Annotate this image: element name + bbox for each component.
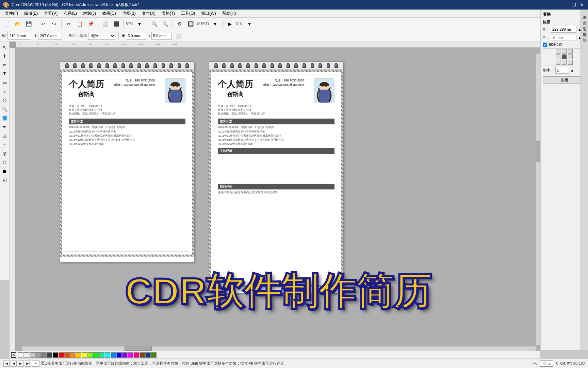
color-sky[interactable] [111, 352, 116, 358]
menu-effects[interactable]: 效果(C) [99, 10, 119, 17]
start-dropdown[interactable]: ▼ [245, 19, 254, 29]
add-page-button[interactable]: + [32, 361, 39, 367]
right-label-contour[interactable]: 轮廓图 [581, 27, 588, 33]
vertical-scroll-thumb[interactable] [536, 141, 540, 162]
fill-tool[interactable]: 🪣 [1, 114, 9, 122]
color-lightgray[interactable] [24, 352, 29, 358]
open-button[interactable]: 📂 [13, 19, 22, 29]
select-all-button[interactable]: ⬜ [100, 19, 110, 29]
color-rose[interactable] [134, 352, 139, 358]
text-tool[interactable]: T [1, 70, 9, 78]
apply-button[interactable]: 应用 [543, 76, 586, 84]
color-yellow-green[interactable] [87, 352, 93, 358]
color-white[interactable] [18, 352, 23, 358]
right-label-letters[interactable]: 字符 [581, 33, 588, 39]
menu-window[interactable]: 窗口(W) [198, 10, 218, 17]
zoom-out-button[interactable]: 🔍 [160, 19, 170, 29]
nudge1-input[interactable] [126, 32, 146, 40]
next-page-button[interactable]: ▶ [18, 361, 24, 367]
close-button[interactable]: ✕ [578, 1, 585, 8]
color-medium[interactable] [41, 352, 47, 358]
menu-text[interactable]: 文本(X) [139, 10, 158, 17]
vertical-scrollbar[interactable] [536, 54, 540, 345]
contour-tool[interactable]: ◎ [1, 149, 9, 157]
color-darkmedium[interactable] [47, 352, 52, 358]
transform-anchor-tr[interactable] [568, 49, 573, 54]
envelope-tool[interactable]: ⬡ [1, 158, 9, 166]
new-button[interactable]: 📄 [2, 19, 12, 29]
ellipse-tool[interactable]: ○ [1, 87, 9, 95]
canvas-area[interactable]: 0 50 100 150 200 250 300 350 400 450 [10, 42, 540, 351]
zoom-dropdown[interactable]: ▼ [135, 19, 144, 29]
transparency-tool[interactable]: ◱ [1, 176, 9, 184]
horizontal-scrollbar[interactable] [22, 346, 536, 351]
transform-anchor-mr[interactable] [568, 55, 573, 59]
color-yellow[interactable] [82, 352, 87, 358]
resume-card-2[interactable]: 个人简历 密斯高 电话：180 2030 2030 邮箱：1275382000@… [209, 61, 343, 293]
copy-button[interactable]: 📋 [75, 19, 84, 29]
color-orange-red[interactable] [64, 352, 70, 358]
color-gray[interactable] [30, 352, 35, 358]
polygon-tool[interactable]: ⬡ [1, 96, 9, 104]
color-green[interactable] [93, 352, 99, 358]
last-page-button[interactable]: ▶| [25, 361, 31, 367]
color-violet[interactable] [122, 352, 128, 358]
color-dark-green[interactable] [151, 352, 157, 358]
eyedropper-tool[interactable]: 🔬 [1, 132, 9, 140]
horizontal-scroll-thumb[interactable] [125, 347, 152, 351]
save-button[interactable]: 💾 [24, 19, 33, 29]
color-green-cyan[interactable] [99, 352, 104, 358]
snap-dropdown[interactable]: ▼ [210, 19, 220, 29]
transform-anchor-br[interactable] [568, 60, 573, 65]
transform-anchor-bm[interactable] [562, 60, 567, 65]
color-magenta[interactable] [128, 352, 133, 358]
pick-tool[interactable]: ✛ [1, 52, 9, 60]
deselect-button[interactable]: ⬛ [111, 19, 121, 29]
x-input[interactable] [551, 26, 576, 33]
color-black[interactable] [53, 352, 58, 358]
menu-object[interactable]: 对象(J) [80, 10, 99, 17]
copies-input[interactable] [555, 67, 569, 74]
color-blue[interactable] [116, 352, 122, 358]
menu-table[interactable]: 表格(T) [159, 10, 178, 17]
shadow-tool[interactable]: ◼ [1, 167, 9, 175]
unit-select[interactable]: 毫米 [88, 32, 115, 40]
y-input[interactable] [551, 34, 576, 41]
menu-layout[interactable]: 布局(L) [61, 10, 80, 17]
select-tool[interactable]: ↖ [1, 43, 9, 51]
menu-bitmap[interactable]: 位图(B) [119, 10, 138, 17]
canvas-content[interactable]: 个人简历 密斯高 电话：180 2030 2030 邮箱：1275382000@… [16, 48, 540, 351]
transform-anchor-bl[interactable] [556, 60, 560, 65]
nudge2-input[interactable] [151, 32, 172, 40]
settings-button[interactable]: ⚙ [175, 19, 184, 29]
color-yellow-orange[interactable] [76, 352, 81, 358]
copies-up[interactable]: ▲ [570, 68, 574, 72]
color-red[interactable] [59, 352, 64, 358]
resume-card-1[interactable]: 个人简历 密斯高 电话：180 2030 2030 邮箱：1275382000@… [60, 61, 194, 262]
undo-button[interactable]: ↩ [38, 19, 48, 29]
paste-button[interactable]: 📌 [86, 19, 95, 29]
right-label-shaping[interactable]: 造形 [581, 21, 588, 27]
transform-anchor-center[interactable] [562, 55, 567, 59]
menu-view[interactable]: 查看(V) [41, 10, 60, 17]
right-label-transform[interactable]: 变换 [581, 10, 588, 15]
color-navy[interactable] [145, 352, 151, 358]
blend-tool[interactable]: ⋯ [1, 140, 9, 149]
color-brown[interactable] [140, 352, 145, 358]
redo-button[interactable]: ↪ [49, 19, 59, 29]
menu-edit[interactable]: 编辑(E) [21, 10, 40, 17]
restore-button[interactable]: ❐ [570, 1, 577, 8]
first-page-button[interactable]: |◀ [3, 361, 10, 367]
right-label-align[interactable]: 对齐 [581, 15, 588, 21]
menu-file[interactable]: 文件(F) [2, 10, 21, 17]
color-darkgray[interactable] [35, 352, 41, 358]
zoom-in-button[interactable]: 🔍 [149, 19, 159, 29]
menu-tools[interactable]: 工具(O) [178, 10, 198, 17]
transform-button[interactable]: ⬜ [174, 31, 183, 41]
width-input[interactable] [7, 32, 31, 40]
transform-anchor-tl[interactable] [556, 49, 560, 54]
menu-help[interactable]: 帮助(H) [219, 10, 239, 17]
transform-anchor-tm[interactable] [562, 49, 567, 54]
height-input[interactable] [38, 32, 62, 40]
color-orange[interactable] [70, 352, 76, 358]
